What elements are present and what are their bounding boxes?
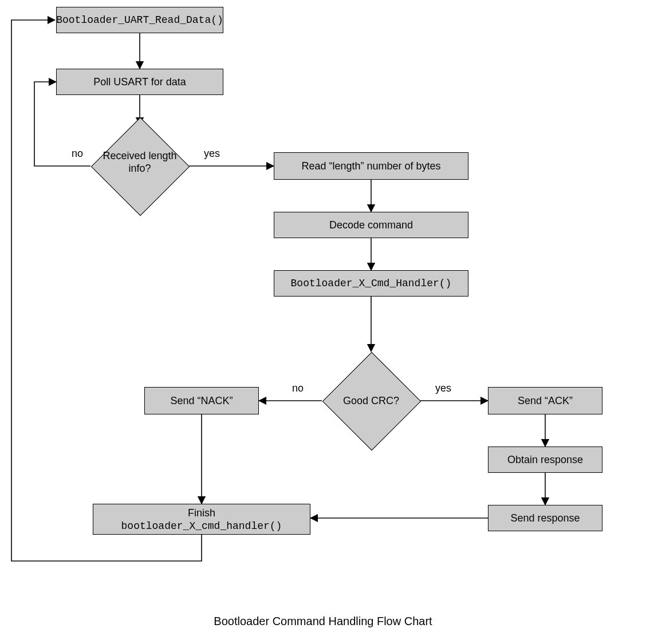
node-decode: Decode command bbox=[274, 212, 468, 238]
edge-label-no-2: no bbox=[292, 382, 304, 394]
edge-label-no-1: no bbox=[72, 148, 83, 160]
node-good-crc-label: Good CRC? bbox=[322, 395, 420, 408]
node-finish-line1: Finish bbox=[97, 507, 306, 520]
node-finish: Finish bootloader_X_cmd_handler() bbox=[93, 504, 310, 535]
node-read-data: Bootloader_UART_Read_Data() bbox=[56, 7, 223, 33]
node-received-length-label: Received length info? bbox=[91, 150, 188, 175]
node-poll: Poll USART for data bbox=[56, 69, 223, 95]
node-nack: Send “NACK” bbox=[144, 387, 259, 414]
edge-label-yes-1: yes bbox=[204, 148, 220, 160]
node-handler: Bootloader_X_Cmd_Handler() bbox=[274, 270, 468, 297]
flowchart-caption: Bootloader Command Handling Flow Chart bbox=[180, 615, 466, 628]
node-read-bytes: Read “length” number of bytes bbox=[274, 152, 468, 180]
edge-label-yes-2: yes bbox=[435, 382, 451, 394]
node-ack: Send “ACK” bbox=[488, 387, 602, 414]
flowchart-canvas: Bootloader_UART_Read_Data() Poll USART f… bbox=[0, 0, 646, 644]
node-send-response: Send response bbox=[488, 505, 602, 531]
node-obtain: Obtain response bbox=[488, 447, 602, 473]
flowchart-arrows bbox=[0, 0, 646, 644]
node-finish-line2: bootloader_X_cmd_handler() bbox=[97, 520, 306, 533]
